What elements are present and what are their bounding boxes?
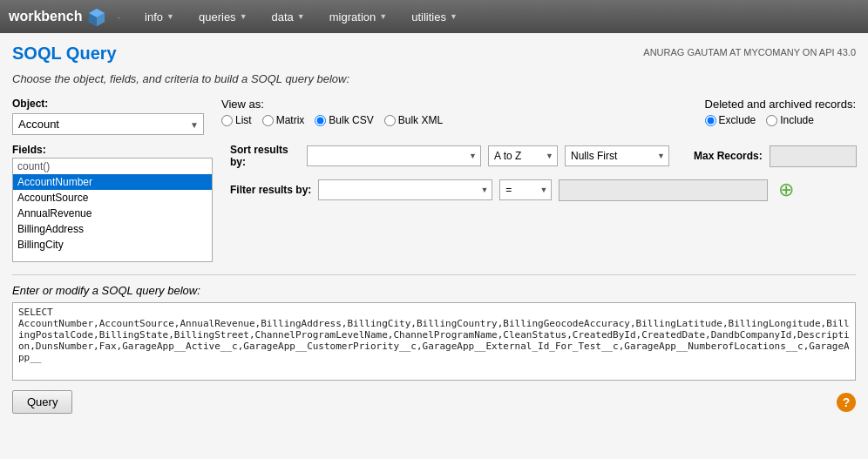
fields-list-wrapper: Fields: count() AccountNumber AccountSou… <box>12 144 213 262</box>
main-content: SOQL Query ANURAG GAUTAM AT MYCOMANY ON … <box>0 33 868 459</box>
view-list-radio[interactable] <box>221 115 233 126</box>
archived-include-radio[interactable] <box>766 115 777 126</box>
view-matrix-option[interactable]: Matrix <box>262 114 305 126</box>
topnav: workbench · info ▼ queries ▼ data ▼ migr… <box>0 0 868 33</box>
archived-include-option[interactable]: Include <box>766 114 814 126</box>
view-bulkcsv-radio[interactable] <box>315 115 326 126</box>
archived-exclude-option[interactable]: Exclude <box>705 114 756 126</box>
query-btn-row: Query ? <box>12 390 856 414</box>
filter-value-input[interactable] <box>559 179 768 201</box>
view-bulkxml-option[interactable]: Bulk XML <box>384 114 443 126</box>
view-bulkxml-radio[interactable] <box>384 115 396 126</box>
fields-listbox[interactable]: count() AccountNumber AccountSource Annu… <box>12 158 213 262</box>
help-icon[interactable]: ? <box>837 393 856 412</box>
query-button[interactable]: Query <box>12 390 72 414</box>
nav-utilities[interactable]: utilities ▼ <box>399 0 470 33</box>
filter-field-wrapper: ▼ <box>318 179 492 200</box>
fields-label: Fields: <box>12 144 213 156</box>
archived-options: Exclude Include <box>705 114 856 126</box>
logo-cube-icon <box>87 7 106 26</box>
add-filter-icon: ⊕ <box>778 179 794 201</box>
list-item[interactable]: BillingAddress <box>13 221 212 237</box>
object-select-wrapper: Account ▼ <box>12 113 204 135</box>
page-subtitle: Choose the object, fields, and criteria … <box>12 72 856 85</box>
archived-exclude-radio[interactable] <box>705 115 716 126</box>
sort-field-select[interactable] <box>307 145 481 166</box>
object-group: Object: Account ▼ <box>12 98 204 135</box>
view-matrix-radio[interactable] <box>262 115 274 126</box>
topnav-menu: info ▼ queries ▼ data ▼ migration ▼ util… <box>132 0 470 33</box>
soql-section: Enter or modify a SOQL query below: <box>12 274 856 383</box>
view-as-label: View as: <box>221 98 443 111</box>
nav-separator: · <box>117 10 120 24</box>
list-item[interactable]: AccountSource <box>13 190 212 206</box>
max-records-label: Max Records: <box>694 150 763 162</box>
soql-editor-label: Enter or modify a SOQL query below: <box>12 284 856 297</box>
sort-row: Sort results by: ▼ A to Z Z to A ▼ <box>230 144 857 168</box>
add-filter-button[interactable]: ⊕ <box>775 179 797 201</box>
nav-queries[interactable]: queries ▼ <box>186 0 260 33</box>
sort-order-select[interactable]: A to Z Z to A <box>488 145 558 166</box>
user-info: ANURAG GAUTAM AT MYCOMANY ON API 43.0 <box>643 47 856 57</box>
data-dropdown-arrow: ▼ <box>297 12 305 21</box>
utilities-dropdown-arrow: ▼ <box>450 12 458 21</box>
sort-nulls-select[interactable]: Nulls First Nulls Last <box>565 145 669 166</box>
filter-op-select[interactable]: = != < > <= >= like <box>499 179 552 200</box>
soql-textarea[interactable] <box>12 302 856 381</box>
nav-migration[interactable]: migration ▼ <box>317 0 399 33</box>
nav-info[interactable]: info ▼ <box>132 0 186 33</box>
sort-order-wrapper: A to Z Z to A ▼ <box>488 145 558 166</box>
sort-label: Sort results by: <box>230 144 300 168</box>
info-dropdown-arrow: ▼ <box>166 12 174 21</box>
max-records-input[interactable] <box>770 145 857 167</box>
view-list-option[interactable]: List <box>221 114 252 126</box>
queries-dropdown-arrow: ▼ <box>240 12 248 21</box>
fields-section: Fields: count() AccountNumber AccountSou… <box>12 144 856 262</box>
logo: workbench · <box>9 7 124 26</box>
archived-group: Deleted and archived records: Exclude In… <box>705 98 856 126</box>
object-select[interactable]: Account <box>12 113 204 135</box>
object-label: Object: <box>12 98 204 110</box>
list-item[interactable]: count() <box>13 159 212 174</box>
logo-text: workbench <box>9 9 82 24</box>
filter-label: Filter results by: <box>230 184 311 196</box>
view-bulkcsv-option[interactable]: Bulk CSV <box>315 114 373 126</box>
filter-field-select[interactable] <box>318 179 492 200</box>
sort-nulls-wrapper: Nulls First Nulls Last ▼ <box>565 145 669 166</box>
migration-dropdown-arrow: ▼ <box>379 12 387 21</box>
sort-field-wrapper: ▼ <box>307 145 481 166</box>
filter-op-wrapper: = != < > <= >= like ▼ <box>499 179 552 200</box>
form-row-1: Object: Account ▼ View as: List Matrix <box>12 98 856 135</box>
filter-row: Filter results by: ▼ = != < > <= >= <box>230 179 857 201</box>
list-item[interactable]: BillingCity <box>13 237 212 253</box>
page-title: SOQL Query <box>12 44 117 64</box>
list-item[interactable]: AnnualRevenue <box>13 206 212 221</box>
sort-filter-panel: Sort results by: ▼ A to Z Z to A ▼ <box>230 144 857 201</box>
archived-label: Deleted and archived records: <box>705 98 856 111</box>
list-item[interactable]: AccountNumber <box>13 174 212 190</box>
nav-data[interactable]: data ▼ <box>260 0 317 33</box>
view-as-options: List Matrix Bulk CSV Bulk XML <box>221 114 443 126</box>
view-as-group: View as: List Matrix Bulk CSV Bulk XML <box>221 98 443 126</box>
